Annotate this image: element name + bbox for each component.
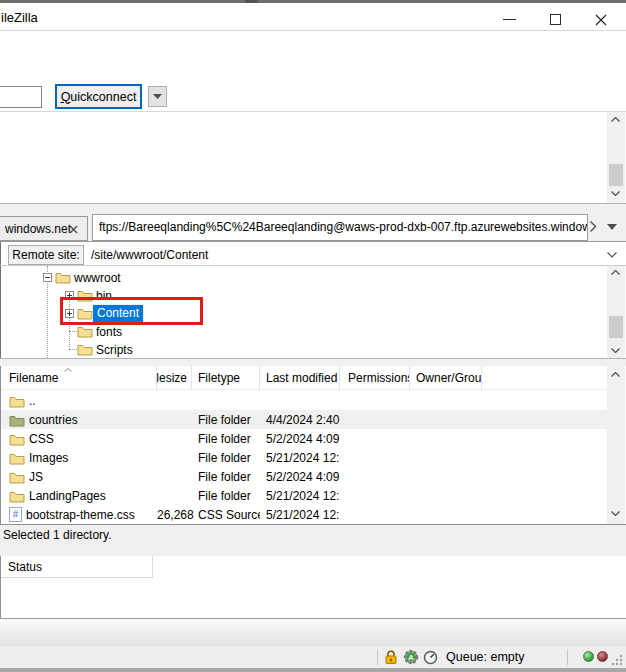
log-scrollbar[interactable] xyxy=(607,112,625,203)
expander-plus[interactable] xyxy=(65,291,74,300)
file-list-header: Filename Filesize Filetype Last modified… xyxy=(1,366,607,390)
quickconnect-button[interactable]: Quickconnect xyxy=(55,84,142,109)
file-row-landingpages[interactable]: LandingPages File folder5/21/2024 12:3..… xyxy=(1,486,607,505)
tab-label: windows.net xyxy=(5,222,71,236)
column-header-filesize[interactable]: Filesize xyxy=(157,366,192,390)
tree-item-wwwroot[interactable]: wwwroot xyxy=(1,268,601,286)
tree-connector xyxy=(69,331,77,332)
tabbar-border xyxy=(0,241,626,242)
tree-item-content[interactable]: Content xyxy=(1,304,601,322)
selection-status-text: Selected 1 directory. xyxy=(0,528,112,542)
file-row-up[interactable]: .. xyxy=(1,391,607,410)
tree-item-scripts[interactable]: Scripts xyxy=(1,340,601,358)
selected-tree-label: Content xyxy=(93,305,143,322)
file-row-bootstrap-theme[interactable]: #bootstrap-theme.css 26,268CSS Source...… xyxy=(1,505,607,524)
speed-gauge-icon[interactable] xyxy=(423,650,438,665)
tree-scrollbar-thumb[interactable] xyxy=(609,316,623,338)
folder-icon xyxy=(9,432,25,446)
dropdown-arrow-icon xyxy=(153,94,162,99)
bottom-dock-band xyxy=(0,620,626,646)
folder-icon xyxy=(9,489,25,503)
log-scrollbar-thumb[interactable] xyxy=(609,164,623,186)
tree-folder-icon xyxy=(55,270,71,284)
red-status-dot xyxy=(597,651,608,662)
maximize-icon xyxy=(550,14,561,25)
close-icon xyxy=(595,14,607,26)
quickconnect-dropdown-button[interactable] xyxy=(148,86,167,107)
close-button[interactable] xyxy=(579,6,623,33)
tab-list-dropdown-icon[interactable] xyxy=(607,224,617,230)
titlebar-border xyxy=(0,30,626,31)
minimize-button[interactable] xyxy=(487,6,531,33)
lock-icon[interactable] xyxy=(384,649,398,665)
statusbar-separator xyxy=(377,649,378,665)
folder-icon xyxy=(9,470,25,484)
selection-status-bar: Selected 1 directory. xyxy=(0,524,626,545)
splitter[interactable] xyxy=(0,545,626,556)
chevron-down-icon[interactable] xyxy=(611,511,620,516)
message-log-pane xyxy=(0,112,626,203)
column-header-last-modified[interactable]: Last modified xyxy=(260,366,340,390)
tab-label: ftps://Bareeqlanding%5C%24Bareeqlanding@… xyxy=(93,215,587,240)
file-row-js[interactable]: JS File folder5/2/2024 4:09:0... xyxy=(1,467,607,486)
column-header-owner-group[interactable]: Owner/Group xyxy=(410,366,482,390)
remote-site-combobox[interactable]: /site/wwwroot/Content xyxy=(85,244,626,265)
sort-ascending-icon xyxy=(64,368,72,372)
file-row-css[interactable]: CSS File folder5/2/2024 4:09:0... xyxy=(1,429,607,448)
file-row-images[interactable]: Images File folder5/21/2024 12:4... xyxy=(1,448,607,467)
queue-pane: Status xyxy=(0,556,626,618)
tree-folder-icon xyxy=(77,324,93,338)
remote-tree-pane: wwwroot bin Content fonts Scripts xyxy=(1,266,607,358)
column-header-permissions[interactable]: Permissions xyxy=(340,366,410,390)
chevron-up-icon[interactable] xyxy=(611,372,620,377)
tab-scroll-right-icon[interactable] xyxy=(590,221,597,232)
gear-auto-icon[interactable]: A xyxy=(403,649,419,665)
tab-inactive[interactable]: windows.net xyxy=(0,216,88,241)
tab-active[interactable]: ftps://Bareeqlanding%5C%24Bareeqlanding@… xyxy=(92,214,588,241)
queue-column-header-status[interactable]: Status xyxy=(1,556,153,578)
status-bar: A Queue: empty xyxy=(0,646,626,668)
column-header-filetype[interactable]: Filetype xyxy=(192,366,260,390)
window-title: ileZilla xyxy=(1,10,38,25)
port-input[interactable] xyxy=(0,86,42,108)
tree-item-fonts[interactable]: fonts xyxy=(1,322,601,340)
chevron-up-icon[interactable] xyxy=(611,117,620,122)
tree-folder-icon xyxy=(77,288,93,302)
maximize-button[interactable] xyxy=(533,6,577,33)
column-header-filler xyxy=(482,366,607,390)
chevron-down-icon[interactable] xyxy=(611,348,620,353)
expander-minus[interactable] xyxy=(43,273,52,282)
file-row-countries[interactable]: countries File folder4/4/2024 2:40:0... xyxy=(1,410,607,429)
css-file-icon: # xyxy=(9,507,22,522)
remote-path-value: /site/wwwroot/Content xyxy=(85,248,208,262)
splitter[interactable] xyxy=(0,359,626,366)
tab-close-icon[interactable] xyxy=(69,225,78,234)
minimize-icon xyxy=(503,19,516,20)
green-folder-icon xyxy=(9,413,25,427)
filezilla-window: ileZilla Quickconnect windows.net ftps:/… xyxy=(0,0,626,672)
tree-folder-icon xyxy=(77,342,93,356)
tree-connector xyxy=(69,349,77,350)
tree-scrollbar[interactable] xyxy=(607,266,625,358)
queue-status-text: Queue: empty xyxy=(446,650,525,664)
chevron-down-icon[interactable] xyxy=(611,191,620,196)
titlebar: ileZilla xyxy=(0,3,626,31)
list-scrollbar[interactable] xyxy=(607,366,625,524)
svg-text:A: A xyxy=(408,653,414,662)
remote-site-label: Remote site: xyxy=(8,245,84,265)
combobox-chevron-icon[interactable] xyxy=(607,252,617,258)
column-header-filename[interactable]: Filename xyxy=(1,366,157,390)
tree-item-bin[interactable]: bin xyxy=(1,286,601,304)
expander-plus[interactable] xyxy=(65,309,74,318)
folder-icon xyxy=(9,394,25,408)
resize-grip[interactable] xyxy=(610,653,624,667)
folder-icon xyxy=(9,451,25,465)
svg-text:#: # xyxy=(13,509,19,520)
statusbar-separator xyxy=(567,649,568,665)
bottom-edge-strip xyxy=(0,668,626,672)
tree-folder-icon xyxy=(77,306,93,320)
green-status-dot xyxy=(583,651,594,662)
chevron-up-icon[interactable] xyxy=(611,270,620,275)
